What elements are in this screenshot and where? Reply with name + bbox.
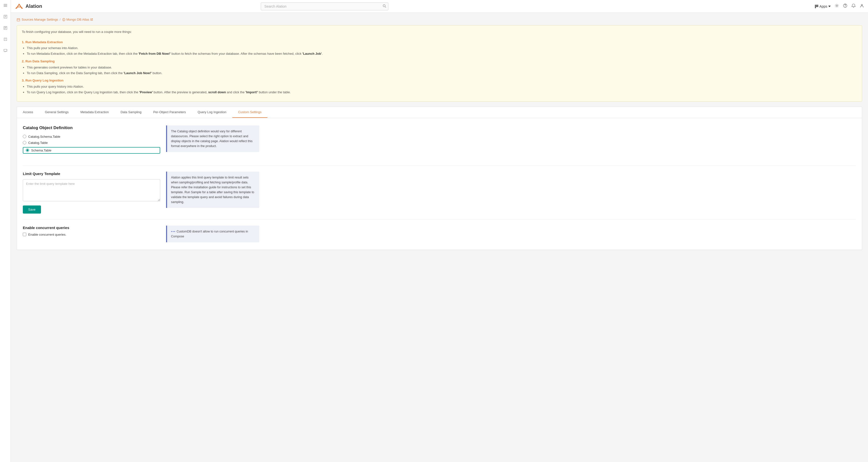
tab-perobject[interactable]: Per-Object Parameters [148, 107, 192, 118]
svg-point-20 [861, 4, 862, 6]
logo-icon [15, 3, 24, 10]
apps-button[interactable]: Apps [814, 4, 831, 8]
custom-settings-panel: Catalog Object Definition Catalog.Schema… [17, 118, 862, 250]
info-step-1-bullet-2: To run Metadata Extraction, click on the… [27, 51, 857, 56]
notifications-icon[interactable] [851, 3, 856, 9]
external-link-icon [90, 18, 93, 21]
svg-rect-13 [815, 6, 816, 7]
tab-metadata[interactable]: Metadata Extraction [74, 107, 115, 118]
sidebar-hamburger[interactable] [2, 2, 9, 9]
settings-icon[interactable] [835, 3, 839, 9]
catalog-section-title: Catalog Object Definition [23, 125, 160, 131]
sidebar [0, 0, 11, 462]
svg-rect-21 [17, 19, 20, 21]
topnav: Alation Apps [11, 0, 868, 13]
save-button[interactable]: Save [23, 205, 41, 213]
limit-query-info: Alation applies this limit query templat… [166, 172, 259, 208]
breadcrumb: Sources Manage Settings / Mongo DB Atlas [17, 18, 862, 21]
limit-query-section: Limit Query Template Save Alation applie… [23, 172, 856, 213]
limit-query-label: Limit Query Template [23, 172, 160, 176]
search-bar [261, 2, 389, 10]
apps-chevron-icon [828, 5, 831, 8]
info-step-2: 2. Run Data Sampling This generates cont… [22, 59, 857, 76]
limit-query-info-box: Alation applies this limit query templat… [166, 172, 259, 208]
user-icon[interactable] [860, 3, 864, 9]
sidebar-icon-chat[interactable] [2, 47, 9, 54]
catalog-object-left: Catalog Object Definition Catalog.Schema… [23, 125, 160, 160]
svg-rect-15 [817, 6, 818, 7]
svg-rect-14 [816, 6, 817, 7]
radio-group-catalog: Catalog.Schema.Table Catalog.Table Schem… [23, 135, 160, 154]
apps-label: Apps [819, 4, 827, 8]
concurrent-checkbox-label: Enable concurrent queries. [28, 233, 66, 236]
info-step-3-bullet-1: This pulls your query history into Alati… [27, 84, 857, 89]
tab-bar: Access General Settings Metadata Extract… [17, 107, 862, 118]
radio-catalog-schema-table[interactable]: Catalog.Schema.Table [23, 135, 160, 139]
tab-sampling[interactable]: Data Sampling [115, 107, 147, 118]
concurrent-info-text: CustomDB doesn't allow to run concurrent… [171, 230, 248, 238]
breadcrumb-current: Mongo DB Atlas [62, 18, 93, 21]
sidebar-icon-search[interactable] [2, 25, 9, 31]
logo: Alation [15, 3, 42, 10]
radio-schema-table[interactable]: Schema.Table [23, 147, 160, 154]
info-step-2-bullet-2: To run Data Sampling, click on the Data … [27, 71, 857, 76]
radio-ct-label: Catalog.Table [28, 141, 48, 145]
tab-qli[interactable]: Query Log Ingestion [192, 107, 232, 118]
svg-point-17 [836, 5, 837, 6]
radio-cst-label: Catalog.Schema.Table [28, 135, 60, 139]
limit-query-info-text: Alation applies this limit query templat… [171, 176, 254, 204]
radio-ct-input[interactable] [23, 141, 26, 144]
info-step-2-bullet-1: This generates content previews for tabl… [27, 65, 857, 70]
svg-rect-10 [815, 5, 816, 6]
svg-line-9 [385, 6, 386, 7]
catalog-info-text: The Catalog object definition would vary… [171, 129, 252, 148]
concurrent-title: Enable concurrent queries [23, 226, 160, 230]
breadcrumb-sep: / [60, 18, 61, 21]
concurrent-left: Enable concurrent queries Enable concurr… [23, 226, 160, 236]
svg-point-8 [383, 4, 385, 7]
info-intro: To finish configuring your database, you… [22, 29, 857, 35]
concurrent-checkbox-input[interactable] [23, 233, 26, 236]
radio-cst-input[interactable] [23, 135, 26, 138]
concurrent-section: Enable concurrent queries Enable concurr… [23, 226, 856, 242]
help-icon[interactable] [843, 3, 847, 9]
info-step-3: 3. Run Query Log Ingestion This pulls yo… [22, 78, 857, 95]
svg-rect-12 [817, 5, 818, 6]
catalog-object-section: Catalog Object Definition Catalog.Schema… [23, 125, 856, 160]
limit-query-textarea[interactable] [23, 179, 160, 201]
radio-catalog-table[interactable]: Catalog.Table [23, 141, 160, 145]
breadcrumb-current-label: Mongo DB Atlas [66, 18, 89, 21]
page-content: Sources Manage Settings / Mongo DB Atlas… [11, 13, 868, 462]
logo-text: Alation [26, 3, 42, 9]
concurrent-info: ••• CustomDB doesn't allow to run concur… [166, 226, 259, 242]
mongodb-icon [62, 18, 65, 21]
divider-2 [23, 220, 856, 220]
info-step-3-bullet-2: To run Query Log Ingestion, click on the… [27, 90, 857, 95]
search-input[interactable] [261, 2, 389, 10]
tab-access[interactable]: Access [17, 107, 39, 118]
limit-query-left: Limit Query Template Save [23, 172, 160, 213]
concurrent-info-box: ••• CustomDB doesn't allow to run concur… [166, 226, 259, 242]
nav-right: Apps [814, 3, 864, 9]
breadcrumb-sources-link[interactable]: Sources Manage Settings [22, 18, 58, 21]
catalog-info-box: The Catalog object definition would vary… [166, 125, 259, 152]
sources-icon [17, 18, 20, 21]
info-step-1-bullet-1: This pulls your schemas into Alation. [27, 46, 857, 51]
svg-rect-11 [816, 5, 817, 6]
search-submit-icon[interactable] [382, 4, 386, 8]
svg-rect-16 [815, 7, 816, 8]
tab-custom[interactable]: Custom Settings [232, 107, 268, 118]
tab-general[interactable]: General Settings [39, 107, 74, 118]
concurrent-checkbox[interactable]: Enable concurrent queries. [23, 233, 160, 236]
sidebar-icon-catalog[interactable] [2, 13, 9, 20]
sidebar-icon-compose[interactable] [2, 36, 9, 43]
info-banner: To finish configuring your database, you… [17, 25, 862, 102]
radio-st-input[interactable] [26, 148, 29, 152]
radio-st-label: Schema.Table [31, 148, 51, 152]
catalog-object-info: The Catalog object definition would vary… [166, 125, 259, 152]
info-step-1: 1. Run Metadata Extraction This pulls yo… [22, 40, 857, 56]
